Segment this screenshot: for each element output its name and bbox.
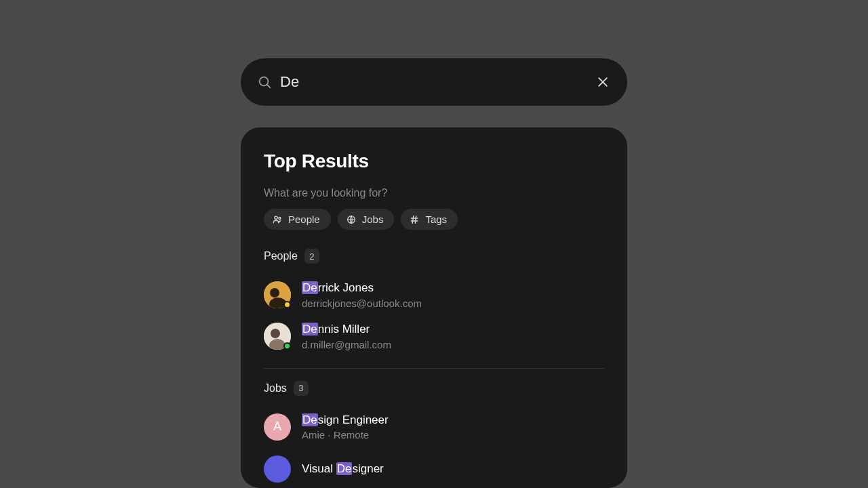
- svg-line-1: [267, 85, 270, 87]
- result-subtitle: Amie · Remote: [302, 428, 389, 442]
- people-icon: [272, 214, 283, 225]
- count-badge: 2: [304, 249, 319, 264]
- avatar: [264, 455, 291, 483]
- result-subtitle: derrickjones@outlook.com: [302, 296, 422, 310]
- divider: [264, 368, 604, 369]
- result-title: Visual Designer: [302, 461, 384, 477]
- svg-point-13: [270, 288, 279, 298]
- result-title: Dennis Miller: [302, 321, 391, 338]
- panel-title: Top Results: [264, 150, 604, 172]
- result-row-person[interactable]: Derrick Jones derrickjones@outlook.com: [264, 274, 604, 316]
- result-row-person[interactable]: Dennis Miller d.miller@gmail.com: [264, 316, 604, 357]
- search-bar: [241, 58, 627, 106]
- hash-icon: [409, 214, 420, 225]
- section-header-jobs: Jobs 3: [264, 381, 604, 396]
- svg-point-4: [275, 216, 277, 219]
- result-subtitle: d.miller@gmail.com: [302, 338, 391, 352]
- avatar-letter: [264, 455, 291, 483]
- section-label: People: [264, 250, 298, 262]
- chip-label: People: [288, 214, 320, 225]
- filter-chip-jobs[interactable]: Jobs: [338, 209, 395, 230]
- chip-label: Tags: [425, 214, 447, 225]
- filter-chip-people[interactable]: People: [264, 209, 331, 230]
- svg-line-10: [416, 216, 416, 223]
- result-title: Design Engineer: [302, 412, 389, 428]
- avatar: [264, 323, 291, 350]
- globe-icon: [346, 214, 357, 225]
- results-panel: Top Results What are you looking for? Pe…: [241, 127, 627, 488]
- section-header-people: People 2: [264, 249, 604, 264]
- chip-label: Jobs: [362, 214, 384, 225]
- clear-search-button[interactable]: [595, 74, 611, 90]
- count-badge: 3: [294, 381, 309, 396]
- filter-chip-row: People Jobs Tags: [264, 209, 604, 230]
- avatar-letter: A: [264, 413, 291, 441]
- result-row-job[interactable]: Visual Designer: [264, 450, 604, 488]
- avatar: A: [264, 413, 291, 441]
- result-title: Derrick Jones: [302, 280, 422, 296]
- svg-point-5: [279, 217, 281, 219]
- avatar: [264, 281, 291, 308]
- section-label: Jobs: [264, 382, 287, 394]
- filter-prompt: What are you looking for?: [264, 187, 604, 199]
- result-row-job[interactable]: A Design Engineer Amie · Remote: [264, 407, 604, 448]
- search-input[interactable]: [280, 73, 595, 91]
- svg-point-17: [271, 329, 280, 338]
- search-icon: [257, 75, 272, 89]
- svg-line-9: [413, 216, 414, 223]
- filter-chip-tags[interactable]: Tags: [401, 209, 458, 230]
